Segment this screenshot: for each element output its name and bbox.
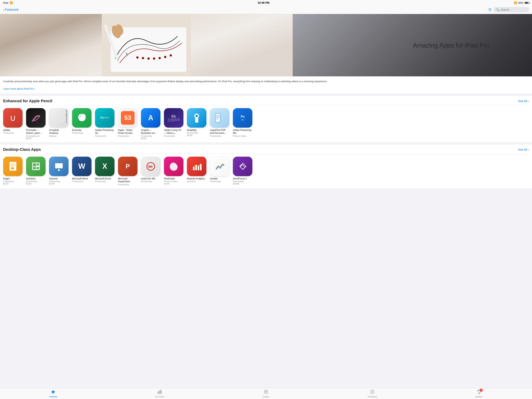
section-title-desktop-class: Desktop-Class Apps [3,147,41,152]
app-icon-adobe-mix: PsMix [233,108,252,128]
app-name: uMake [3,129,10,132]
app-category: Productivity [95,135,106,137]
svg-point-19 [196,115,198,117]
status-right: 📶 85% [514,1,529,4]
app-category: Productivity [95,180,106,183]
app-category: Entertainment [26,135,39,137]
app-name: Evernote [72,129,81,132]
app-icon-excel: X [95,157,114,176]
back-button[interactable]: ‹ Featured [3,8,18,12]
app-name: Microsoft Word [72,177,88,180]
see-all-desktop-class[interactable]: See All › [518,148,529,151]
app-icon-anatomy: 3D4MEDICAL [49,108,69,128]
app-item[interactable]: AGraphic – illustration an...Productivit… [141,108,160,140]
svg-rect-41 [195,165,197,170]
pencil-art-svg [0,14,293,76]
list-icon[interactable]: ☰ [488,8,492,12]
app-category: Photo & Video [164,180,177,183]
app-item[interactable]: Procreate – Sketch, paint,...Entertainme… [26,108,45,140]
app-item[interactable]: Roambi AnalyticsBusiness [187,157,206,186]
svg-rect-33 [37,163,39,166]
app-item[interactable]: PagesProductivity$9.99 [3,157,23,186]
app-item[interactable]: CcAdobe Comp CC — Mock u...Productivity [164,108,184,140]
svg-point-6 [158,57,161,59]
app-category: Photo & Video [233,135,247,137]
svg-rect-34 [37,167,39,169]
app-item[interactable]: PsMixAdobe Photoshop MixPhoto & Video [233,108,252,140]
app-icon-pixelmator [164,157,184,176]
svg-text:360: 360 [148,165,153,168]
app-item[interactable]: 3D4MEDICALComplete AnatomyMedical [49,108,69,140]
app-price: $9.99 [3,183,9,185]
svg-rect-14 [61,124,62,125]
app-name: Adobe Photoshop Mix [233,129,252,135]
learn-more-link[interactable]: Learn more about iPad Pro › [3,87,35,90]
svg-point-3 [142,57,144,59]
app-item[interactable]: EvernoteProductivity [72,108,92,140]
app-item[interactable]: NumbersProductivity$9.99 [26,157,45,186]
svg-point-4 [147,58,150,60]
svg-point-5 [153,58,155,60]
section-title-apple-pencil: Enhanced for Apple Pencil [3,99,52,103]
app-category: Productivity [3,180,14,183]
battery-percent: 85% [518,1,523,4]
app-category: Business [187,180,196,183]
svg-point-8 [170,54,172,57]
app-icon-liquidtext [210,108,229,128]
app-item[interactable]: 53Paper - Notes, Photo Annota...Producti… [118,108,138,140]
time-display: 10:48 PM [258,1,270,4]
app-category: Productivity [233,180,244,183]
app-price: $9.99 [26,183,32,185]
app-list-desktop-class: PagesProductivity$9.99NumbersProductivit… [3,154,529,188]
app-name: LiquidText PDF and Documen... [210,129,229,135]
app-item[interactable]: PMicrosoft PowerPointProductivity [118,157,138,186]
app-name: Adobe Comp CC — Mock u... [164,129,184,135]
hero-banner: Amazing Apps for iPad Pro [0,14,532,76]
description-section: Creativity and productivity soar when yo… [0,76,532,94]
app-icon-paper: 53 [118,108,138,128]
app-item[interactable]: WMicrosoft WordProductivity [72,157,92,186]
hero-image [0,14,293,76]
app-item[interactable]: XMicrosoft ExcelProductivity [95,157,114,186]
app-item[interactable]: VizableProductivity [210,157,229,186]
app-name: Graphic – illustration an... [141,129,160,135]
app-name: Microsoft Excel [95,177,111,180]
svg-rect-42 [198,166,199,170]
main-content: iPad 📶 10:48 PM 📶 85% ‹ Featured ☰ 🔍 [0,0,532,200]
svg-point-13 [61,123,62,124]
svg-rect-18 [195,118,198,122]
app-name: Complete Anatomy [49,129,69,135]
app-icon-adobe-comp: Cc [164,108,184,128]
search-input[interactable] [501,8,527,11]
app-price: $5.99 [26,137,32,140]
app-list-apple-pencil: ∪uMakeProductivityProcreate – Sketch, pa… [3,105,529,142]
app-name: Pages [3,177,10,180]
app-icon-roambi [187,157,206,176]
app-item[interactable]: ∪uMakeProductivity [3,108,23,140]
app-item[interactable]: PsSketchAdobe Photoshop Sk...Productivit… [95,108,114,140]
device-label: iPad [3,1,8,4]
app-item[interactable]: PixelmatorPhoto & Video$4.99 [164,157,184,186]
hero-title: Amazing Apps for iPad Pro [413,41,489,49]
app-item[interactable]: OmniFocus 2Productivity$39.99 [233,157,252,186]
search-bar[interactable]: 🔍 [494,7,529,12]
chevron-left-icon: ‹ [3,8,4,12]
app-category: Productivity [210,180,221,183]
section-header-desktop-class: Desktop-Class AppsSee All › [3,145,529,154]
app-icon-procreate [26,108,45,128]
svg-rect-37 [58,170,60,171]
app-item[interactable]: LiquidText PDF and Documen...Productivit… [210,108,229,140]
app-category: Productivity [164,135,175,137]
description-text: Creativity and productivity soar when yo… [3,79,529,83]
app-name: Microsoft PowerPoint [118,177,138,183]
app-item[interactable]: NotabilityProductivity$5.99 [187,108,206,140]
app-category: Productivity [118,183,129,186]
app-price: $8.99 [141,137,146,140]
svg-rect-31 [33,163,36,166]
battery-icon [525,2,529,4]
app-item[interactable]: 360AutoCAD 360Productivity [141,157,160,186]
section-apple-pencil: Enhanced for Apple PencilSee All ›∪uMake… [0,96,532,142]
app-item[interactable]: KeynoteProductivity$9.99 [49,157,69,186]
app-icon-word: W [72,157,92,176]
see-all-apple-pencil[interactable]: See All › [518,99,529,103]
